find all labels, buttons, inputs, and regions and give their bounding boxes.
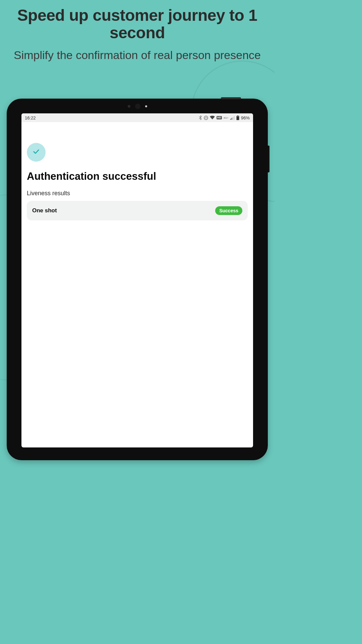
bluetooth-icon (199, 115, 202, 120)
liveness-results-label: Liveness results (27, 190, 248, 197)
network-type-label: 4G+ (224, 116, 229, 119)
authentication-title: Authentication successful (27, 170, 248, 182)
hero-title: Speed up customer journey to 1 second (13, 7, 261, 42)
result-name: One shot (32, 207, 57, 214)
wifi-icon (210, 116, 215, 120)
android-status-bar: 16:22 HD 4G+ 96% (21, 113, 253, 122)
do-not-disturb-icon (204, 116, 208, 120)
status-badge: Success (215, 206, 242, 215)
svg-rect-6 (237, 115, 238, 116)
flash-dot-icon (145, 105, 147, 107)
tablet-camera-group (128, 104, 147, 109)
check-icon (33, 148, 40, 157)
liveness-result-row: One shot Success (27, 201, 248, 220)
svg-rect-8 (237, 116, 239, 117)
battery-percent: 96% (241, 115, 250, 120)
signal-icon (230, 116, 235, 120)
tablet-device-frame: 16:22 HD 4G+ 96% (7, 99, 268, 460)
status-time: 16:22 (25, 115, 36, 120)
svg-rect-5 (234, 116, 234, 120)
sensor-dot-icon (128, 105, 130, 108)
hero-header: Speed up customer journey to 1 second Si… (0, 0, 275, 63)
svg-rect-3 (231, 118, 232, 120)
battery-icon (236, 115, 239, 120)
svg-rect-4 (233, 117, 233, 120)
status-icons-group: HD 4G+ 96% (199, 115, 250, 120)
screen-content-area: Authentication successful Liveness resul… (21, 122, 253, 226)
camera-lens-icon (135, 104, 140, 109)
tablet-side-button (268, 146, 269, 172)
hero-subtitle: Simplify the confirmation of real person… (13, 48, 261, 63)
svg-rect-7 (236, 116, 239, 120)
tablet-screen: 16:22 HD 4G+ 96% (21, 113, 253, 447)
svg-rect-2 (230, 119, 231, 120)
success-check-circle (27, 143, 46, 162)
hd-badge-icon: HD (217, 116, 222, 119)
